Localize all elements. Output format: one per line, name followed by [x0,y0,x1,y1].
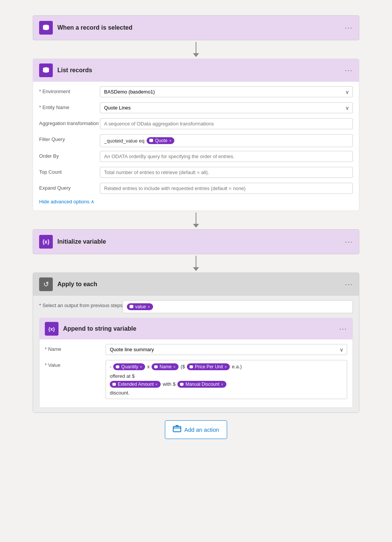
trigger-header: When a record is selected ··· [33,16,359,40]
connector-1 [193,42,199,57]
price-per-unit-token-label: Price Per Unit [195,364,223,369]
entity-name-select[interactable]: Quote Lines [100,102,353,113]
apply-to-each-menu[interactable]: ··· [345,281,353,288]
top-count-label: Top Count [39,167,100,175]
extended-amount-token-label: Extended Amount [118,382,154,387]
init-variable-menu[interactable]: ··· [345,238,353,246]
entity-name-label: * Entity Name [39,102,100,110]
value-discount: discount. [110,390,343,396]
expand-query-label: Expand Query [39,183,100,191]
value-x1: x [147,363,150,369]
price-per-unit-token: Price Per Unit × [187,363,230,370]
manual-discount-token-icon [180,382,184,387]
init-variable-card: {x} Initialize variable ··· [33,229,359,254]
append-string-icon: {x} [45,322,58,336]
apply-to-each-title: Apply to each [57,281,97,288]
filter-token: Quote × [147,137,174,144]
list-records-icon [39,63,53,77]
apply-to-each-header: ↺ Apply to each ··· [33,273,359,296]
apply-to-each-body: * Select an output from previous steps v… [33,296,359,412]
apply-to-each-icon: ↺ [39,277,53,291]
name-token-label: Name [160,364,172,369]
output-value-box[interactable]: value × [123,300,353,313]
add-action-label: Add an action [184,426,219,433]
output-token-close[interactable]: × [147,304,150,309]
filter-token-close[interactable]: × [169,138,171,143]
filter-token-label: Quote [155,138,168,143]
output-value-token: value × [127,303,153,310]
aggregation-input[interactable] [100,118,353,129]
price-per-unit-token-icon [189,365,193,369]
value-row: * Value - [45,360,347,399]
select-output-label: * Select an output from previous steps [39,303,123,308]
append-string-card: {x} Append to string variable ··· * Name [39,318,353,408]
extended-amount-token-icon [112,382,116,387]
filter-query-row: Filter Query _quoteid_value eq Quote × [39,134,353,147]
list-records-body: * Environment BASDemo (basdemo1) * Entit… [33,82,359,211]
add-action-icon [173,425,181,435]
connector-2 [193,212,199,228]
output-token-icon [129,304,134,309]
aggregation-row: Aggregation transformation [39,118,353,130]
hide-advanced-btn[interactable]: Hide advanced options ∧ [39,199,353,204]
name-label: * Name [45,344,106,352]
expand-query-input[interactable] [100,183,353,194]
quantity-token-label: Quantity [121,364,138,369]
value-with: with $ [163,381,175,387]
order-by-row: Order By [39,151,353,163]
value-offered: offered at $ [110,373,343,379]
value-box[interactable]: - Quantity × [106,360,347,399]
aggregation-label: Aggregation transformation [39,118,100,126]
filter-query-label: Filter Query [39,134,100,142]
top-count-input[interactable] [100,167,353,178]
select-output-row: * Select an output from previous steps v… [39,300,353,313]
list-records-title: List records [57,67,92,74]
expand-query-row: Expand Query [39,183,353,195]
quantity-token: Quantity × [113,363,145,370]
manual-discount-token-close[interactable]: × [221,382,223,387]
extended-amount-token-close[interactable]: × [155,382,158,387]
name-row: * Name Quote line summary [45,344,347,356]
name-select[interactable]: Quote line summary [106,344,347,355]
connector-3 [193,256,199,271]
entity-name-row: * Entity Name Quote Lines [39,102,353,114]
manual-discount-token-label: Manual Discount [185,382,219,387]
manual-discount-token: Manual Discount × [177,381,226,388]
extended-amount-token: Extended Amount × [110,381,161,388]
list-records-menu[interactable]: ··· [345,67,353,74]
order-by-label: Order By [39,151,100,159]
output-token-label: value [135,304,146,309]
trigger-title: When a record is selected [57,24,132,31]
init-variable-title: Initialize variable [57,238,106,245]
trigger-icon [39,21,53,35]
append-string-body: * Name Quote line summary * Value [40,339,352,407]
value-open-paren: ($ [180,363,185,369]
value-e-a: e.a.) [232,363,242,369]
list-records-card: List records ··· * Environment BASDemo (… [33,59,359,211]
name-token: Name × [152,363,179,370]
environment-row: * Environment BASDemo (basdemo1) [39,86,353,98]
quantity-token-icon [115,365,120,369]
name-token-icon [154,365,158,369]
quantity-token-close[interactable]: × [140,365,142,369]
environment-label: * Environment [39,86,100,94]
filter-token-icon [149,138,153,143]
svg-rect-9 [173,426,181,432]
add-action-button[interactable]: Add an action [165,420,227,439]
init-variable-header: {x} Initialize variable ··· [33,230,359,254]
value-label: * Value [45,360,106,368]
order-by-input[interactable] [100,151,353,162]
trigger-menu[interactable]: ··· [345,24,353,32]
append-string-menu[interactable]: ··· [339,325,347,333]
list-records-header: List records ··· [33,59,359,82]
filter-query-box[interactable]: _quoteid_value eq Quote × [100,134,353,147]
init-variable-icon: {x} [39,235,53,249]
append-string-title: Append to string variable [63,325,136,332]
filter-prefix: _quoteid_value eq [104,138,144,144]
trigger-card: When a record is selected ··· [33,15,359,40]
price-per-unit-token-close[interactable]: × [224,365,227,369]
chevron-up-icon: ∧ [91,199,95,204]
environment-select[interactable]: BASDemo (basdemo1) [100,86,353,97]
top-count-row: Top Count [39,167,353,179]
name-token-close[interactable]: × [173,365,175,369]
